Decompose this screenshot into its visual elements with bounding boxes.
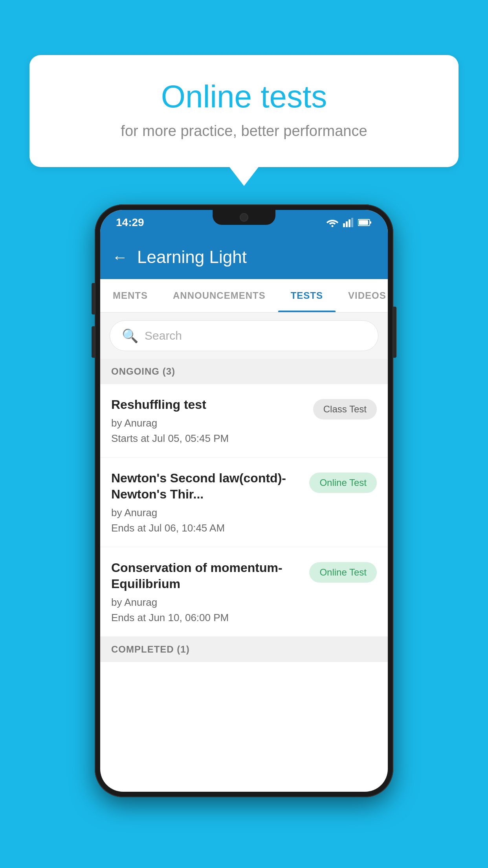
test-badge-online-test-1: Online Test (309, 473, 377, 493)
phone-container: 14:29 (95, 204, 393, 797)
test-item-reshuffling-content: Reshuffling test by Anurag Starts at Jul… (111, 397, 313, 445)
speech-bubble-title: Online tests (61, 79, 427, 115)
search-placeholder-text: Search (145, 329, 182, 342)
test-item-conservation-author: by Anurag (111, 596, 301, 609)
status-time: 14:29 (116, 216, 144, 229)
test-item-reshuffling-title: Reshuffling test (111, 397, 305, 413)
test-item-newtons-author: by Anurag (111, 507, 301, 519)
volume-down-button (92, 326, 95, 358)
ongoing-section-header: ONGOING (3) (100, 359, 388, 384)
app-bar: ← Learning Light (100, 235, 388, 279)
test-item-reshuffling-author: by Anurag (111, 417, 305, 429)
test-item-conservation-content: Conservation of momentum-Equilibrium by … (111, 560, 309, 624)
back-button[interactable]: ← (112, 248, 128, 266)
tab-videos[interactable]: VIDEOS (336, 279, 388, 312)
speech-bubble-subtitle: for more practice, better performance (61, 123, 427, 140)
app-bar-title: Learning Light (137, 247, 247, 267)
test-badge-online-test-2: Online Test (309, 562, 377, 583)
battery-icon (358, 219, 372, 226)
camera-dot (240, 213, 248, 222)
tabs-container: MENTS ANNOUNCEMENTS TESTS VIDEOS (100, 279, 388, 313)
test-item-reshuffling-time: Starts at Jul 05, 05:45 PM (111, 432, 305, 445)
status-icons (326, 218, 372, 227)
signal-icon (343, 218, 354, 227)
search-icon: 🔍 (122, 328, 138, 344)
phone-notch (213, 210, 275, 225)
test-item-newtons[interactable]: Newton's Second law(contd)-Newton's Thir… (100, 458, 388, 547)
speech-bubble: Online tests for more practice, better p… (29, 55, 459, 167)
test-item-conservation[interactable]: Conservation of momentum-Equilibrium by … (100, 547, 388, 637)
phone-frame: 14:29 (95, 204, 393, 797)
wifi-icon (326, 218, 339, 227)
svg-rect-6 (370, 221, 371, 224)
phone-screen: 14:29 (100, 210, 388, 792)
svg-rect-2 (346, 221, 348, 227)
svg-point-0 (332, 225, 334, 227)
tab-tests[interactable]: TESTS (278, 279, 336, 312)
tab-assignments[interactable]: MENTS (100, 279, 160, 312)
completed-section-header: COMPLETED (1) (100, 637, 388, 662)
test-item-newtons-title: Newton's Second law(contd)-Newton's Thir… (111, 470, 301, 503)
svg-rect-7 (359, 220, 368, 225)
test-item-newtons-content: Newton's Second law(contd)-Newton's Thir… (111, 470, 309, 534)
test-item-conservation-time: Ends at Jun 10, 06:00 PM (111, 612, 301, 624)
power-button (393, 307, 396, 358)
test-item-newtons-time: Ends at Jul 06, 10:45 AM (111, 522, 301, 534)
test-item-conservation-title: Conservation of momentum-Equilibrium (111, 560, 301, 592)
search-container: 🔍 Search (100, 313, 388, 359)
svg-rect-1 (343, 223, 345, 227)
volume-up-button (92, 283, 95, 314)
test-badge-class-test: Class Test (313, 399, 377, 419)
tab-announcements[interactable]: ANNOUNCEMENTS (160, 279, 278, 312)
svg-rect-3 (349, 219, 350, 227)
svg-rect-4 (351, 218, 353, 227)
speech-bubble-container: Online tests for more practice, better p… (29, 55, 459, 167)
test-item-reshuffling[interactable]: Reshuffling test by Anurag Starts at Jul… (100, 384, 388, 458)
search-input[interactable]: 🔍 Search (110, 320, 378, 351)
